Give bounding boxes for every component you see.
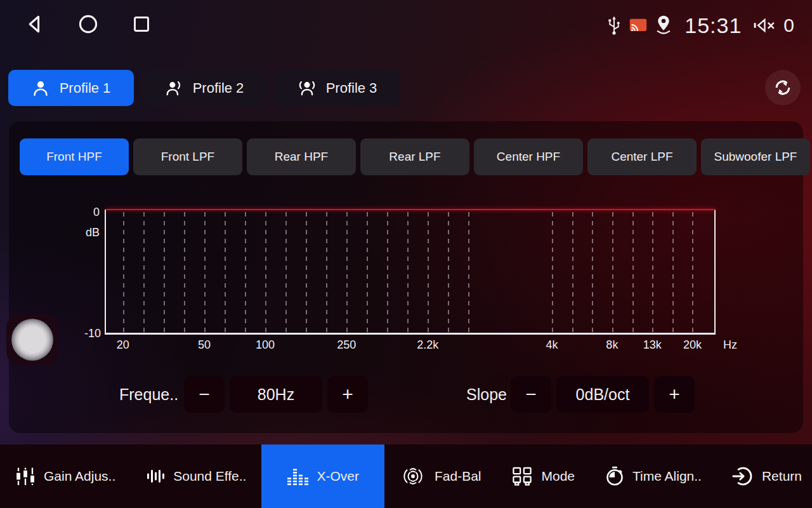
tab-label: Center HPF: [497, 150, 560, 164]
tab-rear-hpf[interactable]: Rear HPF: [247, 138, 356, 175]
nav-item-mode[interactable]: Mode: [496, 444, 590, 508]
volume-level: 0: [783, 15, 794, 36]
volume-knob-button[interactable]: [6, 314, 58, 366]
chart-gridline: [265, 212, 266, 333]
slope-value: 0dB/oct: [556, 376, 649, 413]
nav-item-fad-bal[interactable]: Fad-Bal: [384, 444, 497, 508]
frequency-label: Freque..: [119, 376, 178, 413]
nav-label: Time Align..: [632, 469, 702, 484]
minus-icon: −: [525, 384, 537, 405]
y-axis-max-label: 0: [93, 206, 100, 219]
nav-label: Return: [762, 469, 802, 484]
tab-label: Front HPF: [46, 150, 102, 164]
chart-gridline: [204, 212, 206, 333]
profile-tab-3[interactable]: Profile 3: [275, 70, 400, 106]
nav-label: Sound Effe..: [173, 469, 246, 484]
profile-tab-1[interactable]: Profile 1: [8, 70, 134, 106]
clock: 15:31: [684, 13, 742, 38]
chart-gridline: [123, 212, 124, 333]
tab-center-lpf[interactable]: Center LPF: [587, 138, 697, 175]
nav-item-gain-adjust[interactable]: Gain Adjus..: [0, 444, 131, 508]
profile-tabs: Profile 1 Profile 2 Profile 3: [8, 70, 400, 106]
nav-item-sound-effect[interactable]: Sound Effe..: [131, 444, 261, 508]
tab-label: Rear LPF: [389, 150, 440, 164]
nav-item-xover[interactable]: X-Over: [261, 444, 384, 508]
profile-tab-2[interactable]: Profile 2: [141, 70, 267, 106]
nav-label: Fad-Bal: [435, 469, 481, 484]
tab-label: Rear HPF: [275, 150, 328, 164]
x-tick-label: 250: [337, 338, 356, 352]
cast-icon: [629, 18, 648, 33]
refresh-button[interactable]: [765, 70, 801, 105]
user-icon: [32, 79, 49, 97]
back-button[interactable]: [23, 11, 47, 37]
home-icon: [77, 12, 100, 36]
xover-panel: Front HPF Front LPF Rear HPF Rear LPF Ce…: [9, 121, 803, 433]
chart-gridline: [326, 212, 327, 333]
tab-front-lpf[interactable]: Front LPF: [133, 138, 242, 175]
chart-gridline: [448, 212, 449, 333]
nav-item-time-align[interactable]: Time Align..: [590, 444, 717, 508]
equalizer-icon: [287, 466, 308, 486]
android-nav-buttons: [23, 11, 154, 37]
chart-gridline: [612, 212, 613, 333]
x-axis-unit-label: Hz: [723, 338, 737, 352]
back-icon: [23, 12, 46, 36]
plus-icon: +: [669, 384, 680, 405]
filter-tabs: Front HPF Front LPF Rear HPF Rear LPF Ce…: [20, 138, 810, 175]
frequency-minus-button[interactable]: −: [184, 376, 225, 413]
tab-label: Center LPF: [611, 150, 672, 164]
slope-minus-button[interactable]: −: [511, 376, 551, 413]
user-2-icon: [165, 79, 183, 97]
x-tick-label: 4k: [546, 338, 558, 352]
profile-label: Profile 1: [60, 80, 111, 97]
x-tick-label: 2.2k: [417, 338, 438, 352]
x-tick-label: 13k: [643, 338, 662, 352]
chart-gridline: [692, 212, 693, 333]
tab-front-hpf[interactable]: Front HPF: [20, 138, 129, 175]
x-tick-label: 20: [117, 338, 129, 352]
tab-label: Front LPF: [161, 150, 214, 164]
nav-label: X-Over: [317, 469, 359, 484]
knob-icon: [11, 319, 53, 361]
recents-button[interactable]: [129, 11, 154, 37]
chart-gridline: [285, 212, 287, 333]
tab-rear-lpf[interactable]: Rear LPF: [360, 138, 469, 175]
nav-label: Mode: [541, 469, 575, 484]
chart-gridline: [245, 212, 246, 333]
tab-subwoofer-lpf[interactable]: Subwoofer LPF: [701, 138, 810, 175]
chart-gridline: [225, 212, 226, 333]
location-icon: [654, 15, 673, 36]
chart-gridline: [143, 212, 145, 333]
refresh-icon: [773, 77, 793, 98]
x-tick-label: 20k: [683, 338, 702, 352]
mode-grid-icon: [511, 465, 533, 487]
chart-gridline: [652, 212, 653, 333]
chart-gridline: [592, 212, 593, 333]
volume-muted-icon: [752, 16, 777, 35]
minus-icon: −: [199, 384, 210, 405]
y-axis-min-label: -10: [84, 327, 101, 340]
chart-gridline: [468, 212, 469, 333]
usb-icon: [606, 15, 622, 36]
profile-label: Profile 2: [193, 80, 244, 97]
chart-gridline: [306, 212, 307, 333]
home-button[interactable]: [76, 11, 100, 37]
sound-effect-bars-icon: [146, 466, 165, 486]
chart-gridline: [428, 212, 429, 333]
slope-plus-button[interactable]: +: [654, 376, 695, 413]
chart-gridline: [184, 212, 185, 333]
x-tick-label: 100: [256, 338, 275, 352]
nav-label: Gain Adjus..: [44, 469, 115, 484]
chart-gridline: [552, 212, 553, 333]
frequency-plus-button[interactable]: +: [327, 376, 368, 413]
fader-balance-icon: [400, 466, 426, 486]
tab-center-hpf[interactable]: Center HPF: [474, 138, 583, 175]
nav-item-return[interactable]: Return: [717, 444, 812, 508]
slope-label: Slope: [466, 376, 507, 413]
frequency-response-chart: 0 dB -10 Hz 20501002502.2k4k8k13k20k: [105, 210, 716, 335]
stopwatch-icon: [605, 465, 624, 487]
x-tick-label: 8k: [606, 338, 618, 352]
chart-gridline: [367, 212, 368, 333]
user-3-icon: [298, 79, 316, 97]
